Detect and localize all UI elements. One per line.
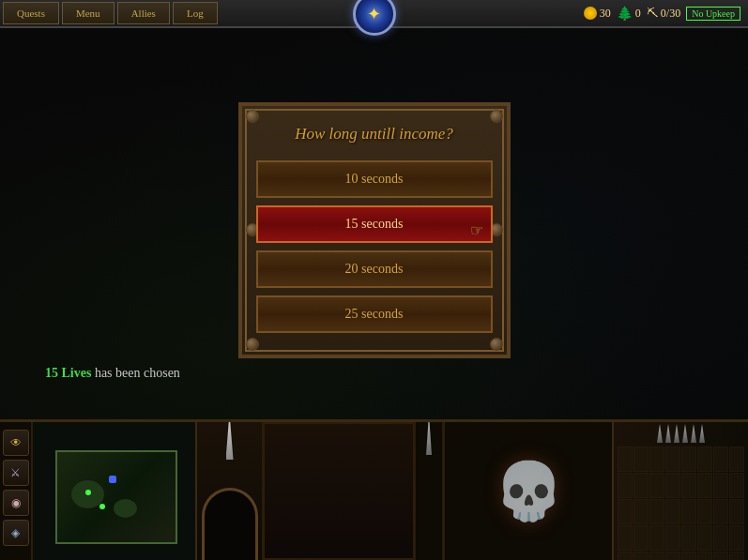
arch-decoration xyxy=(202,488,258,560)
circle-icon: ◉ xyxy=(11,496,21,510)
sidebar-icon-1[interactable]: 👁 xyxy=(3,430,29,456)
game-area: How long untill income? 10 seconds 15 se… xyxy=(0,28,748,560)
middle-panel xyxy=(263,422,415,560)
bolt-top-left xyxy=(246,110,259,123)
gold-resource: 30 xyxy=(584,7,611,21)
worker-value: 0/30 xyxy=(661,7,680,21)
tree-icon: 🌲 xyxy=(617,6,633,22)
map-blip-1 xyxy=(85,490,91,495)
topbar: Quests Menu Allies Log ✦ 30 🌲 0 ⛏ 0/30 N… xyxy=(0,0,748,28)
map-icon: ◈ xyxy=(11,526,20,540)
bolt-bottom-left xyxy=(246,338,259,351)
worker-resource: ⛏ 0/30 xyxy=(647,7,680,21)
allies-button[interactable]: Allies xyxy=(117,2,170,24)
right-decoration: 💀 xyxy=(443,422,612,560)
income-dialog: How long untill income? 10 seconds 15 se… xyxy=(238,102,511,358)
left-sidebar: 👁 ⚔ ◉ ◈ xyxy=(0,422,33,560)
option-15s-button[interactable]: 15 seconds ☞ xyxy=(256,205,493,243)
skull-icon: 💀 xyxy=(494,458,564,524)
minimap[interactable] xyxy=(55,450,177,544)
option-20s-button[interactable]: 20 seconds xyxy=(256,250,493,288)
map-blip-2 xyxy=(99,504,105,509)
gold-value: 30 xyxy=(600,7,611,21)
bolt-top-right xyxy=(490,110,503,123)
modal-overlay: How long untill income? 10 seconds 15 se… xyxy=(0,28,748,431)
resource-area: 30 🌲 0 ⛏ 0/30 No Upkeep xyxy=(584,6,748,22)
bottom-panel: 👁 ⚔ ◉ ◈ xyxy=(0,419,748,560)
far-right-panel xyxy=(612,422,748,560)
menu-button[interactable]: Menu xyxy=(62,2,114,24)
minimap-section: 👁 ⚔ ◉ ◈ xyxy=(0,422,197,560)
lumber-resource: 🌲 0 xyxy=(617,6,641,22)
fence-grid xyxy=(614,443,748,560)
bolt-bottom-right xyxy=(490,338,503,351)
log-button[interactable]: Log xyxy=(173,2,218,24)
quests-button[interactable]: Quests xyxy=(3,2,59,24)
sidebar-icon-4[interactable]: ◈ xyxy=(3,520,29,546)
left-gate-decoration xyxy=(197,422,263,560)
emblem-star-icon: ✦ xyxy=(367,4,381,24)
modal-title: How long untill income? xyxy=(256,125,493,144)
sidebar-icon-3[interactable]: ◉ xyxy=(3,490,29,516)
sword-icon: ⚔ xyxy=(10,466,21,480)
eye-icon: 👁 xyxy=(10,436,22,450)
cursor-indicator: ☞ xyxy=(470,221,483,239)
sidebar-icon-2[interactable]: ⚔ xyxy=(3,460,29,486)
map-blip-3 xyxy=(109,476,116,483)
pickaxe-icon: ⛏ xyxy=(647,7,658,21)
upkeep-badge: No Upkeep xyxy=(686,7,740,21)
lumber-value: 0 xyxy=(635,7,641,21)
spear-right-decoration xyxy=(415,422,443,560)
gold-icon xyxy=(584,7,597,20)
option-25s-button[interactable]: 25 seconds xyxy=(256,295,493,333)
option-10s-button[interactable]: 10 seconds xyxy=(256,160,493,198)
portrait-area xyxy=(263,422,415,560)
